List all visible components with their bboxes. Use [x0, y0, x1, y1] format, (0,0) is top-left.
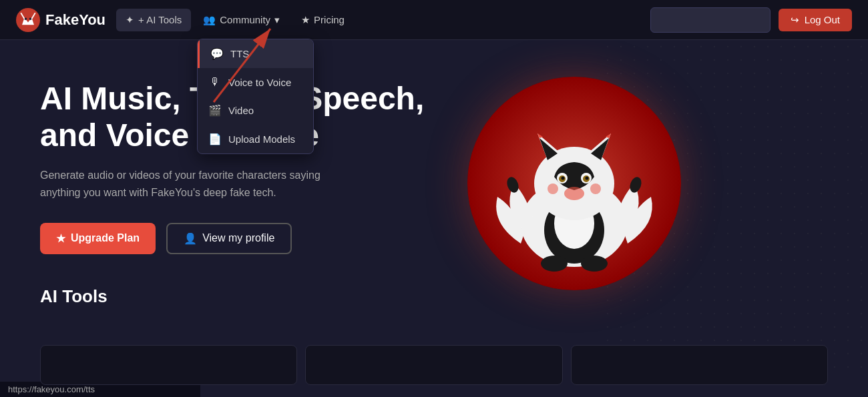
tool-card-2[interactable]: [305, 345, 562, 385]
nav-community[interactable]: 👥 Community ▾: [194, 9, 289, 31]
mascot-circle: [467, 77, 681, 290]
svg-point-15: [586, 177, 589, 180]
dropdown-v2v-label: Voice to Voice: [228, 77, 291, 88]
logo-icon: [16, 8, 40, 32]
upgrade-plan-button[interactable]: ★ Upgrade Plan: [40, 223, 156, 254]
svg-point-21: [590, 183, 601, 194]
dropdown-tts-label: TTS: [230, 48, 249, 59]
nav-pricing-label: Pricing: [314, 14, 345, 25]
svg-point-14: [562, 177, 565, 180]
tts-icon: 💬: [210, 47, 224, 60]
ai-tools-heading: AI Tools: [40, 286, 427, 307]
profile-btn-label: View my profile: [202, 232, 274, 244]
logo[interactable]: FakeYou: [16, 8, 105, 32]
star-icon: ★: [56, 232, 65, 245]
svg-point-9: [564, 187, 584, 200]
main-content: AI Music, Text to Speech,and Voice to vo…: [0, 40, 868, 367]
star-icon: ★: [301, 14, 310, 26]
logout-icon: ↪: [791, 14, 799, 26]
fox-mascot-svg: [481, 90, 668, 277]
nav-ai-tools[interactable]: ✦ + AI Tools: [116, 9, 191, 31]
nav-items: ✦ + AI Tools 👥 Community ▾ ★ Pricing: [116, 9, 650, 31]
tool-card-1[interactable]: [40, 345, 297, 385]
hero-buttons: ★ Upgrade Plan 👤 View my profile: [40, 223, 427, 254]
svg-point-0: [16, 8, 40, 32]
community-icon: 👥: [203, 14, 216, 26]
tool-card-3[interactable]: [571, 345, 828, 385]
video-icon: 🎬: [208, 104, 222, 117]
plus-icon: ✦: [126, 14, 134, 26]
brand-name: FakeYou: [45, 11, 105, 29]
svg-point-18: [541, 256, 568, 272]
dropdown-item-v2v[interactable]: 🎙 Voice to Voice: [198, 68, 313, 96]
dropdown-video-label: Video: [228, 105, 254, 116]
dropdown-item-tts[interactable]: 💬 TTS: [198, 39, 313, 68]
svg-point-20: [548, 183, 558, 194]
person-icon: 👤: [184, 232, 197, 245]
hero-mascot-area: [454, 60, 694, 307]
search-box[interactable]: [650, 7, 771, 33]
svg-point-19: [581, 256, 608, 272]
svg-point-2: [29, 17, 32, 20]
nav-ai-tools-label: + AI Tools: [138, 14, 182, 25]
svg-point-1: [25, 17, 27, 20]
tool-cards-row: [40, 345, 828, 385]
v2v-icon: 🎙: [208, 76, 222, 88]
nav-pricing[interactable]: ★ Pricing: [292, 9, 354, 31]
logout-label: Log Out: [805, 14, 840, 25]
dropdown-item-video[interactable]: 🎬 Video: [198, 96, 313, 125]
view-profile-button[interactable]: 👤 View my profile: [166, 223, 292, 254]
nav-community-label: Community: [220, 14, 270, 25]
status-url: https://fakeyou.com/tts: [8, 384, 95, 394]
dropdown-item-upload[interactable]: 📄 Upload Models: [198, 125, 313, 153]
dropdown-upload-label: Upload Models: [228, 133, 295, 145]
upload-icon: 📄: [208, 133, 222, 145]
logout-button[interactable]: ↪ Log Out: [779, 9, 852, 31]
navbar: FakeYou ✦ + AI Tools 👥 Community ▾ ★ Pri…: [0, 0, 868, 40]
ai-tools-dropdown: 💬 TTS 🎙 Voice to Voice 🎬 Video 📄 Upload …: [197, 39, 314, 154]
nav-right: ↪ Log Out: [650, 7, 852, 33]
upgrade-btn-label: Upgrade Plan: [71, 232, 140, 244]
chevron-down-icon: ▾: [274, 14, 280, 26]
hero-subtitle: Generate audio or videos of your favorit…: [40, 167, 347, 201]
